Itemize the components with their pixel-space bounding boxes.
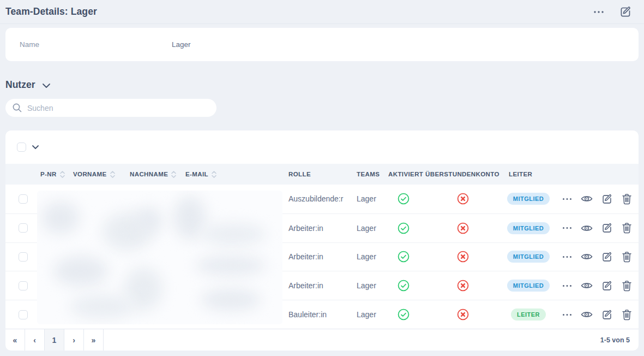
pagination-bar: « ‹ 1 › » 1-5 von 5	[5, 329, 639, 351]
rolle-cell: Arbeiter:in	[279, 281, 353, 290]
leiter-cell: LEITER	[504, 308, 553, 321]
sort-icon[interactable]	[60, 171, 65, 178]
row-view-button[interactable]	[581, 194, 593, 203]
aktiviert-cell	[385, 222, 422, 234]
cross-circle-icon	[457, 251, 469, 263]
sort-icon[interactable]	[212, 171, 216, 178]
row-more-button[interactable]	[562, 227, 572, 229]
column-header-email[interactable]: E-MAIL	[182, 171, 279, 178]
aktiviert-cell	[385, 193, 422, 205]
teams-cell: Lager	[353, 252, 385, 261]
row-delete-button[interactable]	[622, 222, 632, 234]
ellipsis-icon	[562, 313, 572, 316]
row-view-button[interactable]	[581, 310, 593, 319]
leiter-cell: MITGLIED	[504, 193, 553, 205]
cross-circle-icon	[457, 193, 469, 205]
table-body: Auszubildende:r Lager MITGLIED	[5, 185, 639, 329]
search-icon	[12, 103, 22, 113]
cross-circle-icon	[457, 280, 469, 292]
pagination-next-button[interactable]: ›	[64, 329, 84, 351]
trash-icon	[622, 280, 632, 292]
ueberstundenkonto-cell	[422, 222, 504, 234]
column-header-leiter: LEITER	[504, 171, 553, 177]
pagination-last-button[interactable]: »	[84, 329, 104, 351]
check-circle-icon	[398, 308, 410, 321]
ellipsis-icon	[562, 256, 572, 258]
row-edit-button[interactable]	[601, 251, 613, 263]
row-edit-button[interactable]	[601, 222, 613, 234]
edit-icon	[601, 193, 613, 205]
row-delete-button[interactable]	[622, 193, 632, 205]
bulk-select-bar	[5, 130, 639, 164]
row-view-button[interactable]	[581, 281, 593, 290]
edit-icon	[601, 251, 613, 263]
row-delete-button[interactable]	[622, 309, 632, 321]
eye-icon	[581, 252, 593, 261]
eye-icon	[581, 310, 593, 319]
row-delete-button[interactable]	[622, 280, 632, 292]
row-checkbox[interactable]	[19, 252, 28, 262]
status-badge: MITGLIED	[507, 280, 550, 292]
teams-cell: Lager	[353, 281, 385, 290]
aktiviert-cell	[385, 251, 422, 263]
page-title: Team-Details: Lager	[5, 6, 97, 17]
rolle-cell: Arbeiter:in	[279, 252, 353, 261]
column-header-teams: TEAMS	[353, 171, 385, 177]
row-more-button[interactable]	[562, 313, 572, 316]
eye-icon	[581, 224, 593, 233]
row-delete-button[interactable]	[622, 251, 632, 263]
ueberstundenkonto-cell	[422, 251, 504, 263]
aktiviert-cell	[385, 280, 422, 292]
more-options-button[interactable]	[593, 10, 604, 14]
row-more-button[interactable]	[562, 284, 572, 287]
users-table-card: P-NR VORNAME NACHNAME E	[5, 130, 639, 351]
row-view-button[interactable]	[581, 252, 593, 261]
chevron-down-icon[interactable]	[43, 84, 50, 88]
leiter-cell: MITGLIED	[504, 280, 553, 292]
rolle-cell: Arbeiter:in	[279, 224, 353, 233]
edit-icon	[601, 222, 613, 234]
row-edit-button[interactable]	[601, 193, 613, 205]
cross-circle-icon	[457, 222, 469, 234]
row-view-button[interactable]	[581, 224, 593, 233]
row-edit-button[interactable]	[601, 309, 613, 321]
row-checkbox[interactable]	[19, 223, 28, 233]
column-header-vorname[interactable]: VORNAME	[70, 171, 127, 178]
ueberstundenkonto-cell	[422, 280, 504, 292]
leiter-cell: MITGLIED	[504, 222, 553, 234]
column-header-pnr[interactable]: P-NR	[37, 171, 70, 178]
table-header-row: P-NR VORNAME NACHNAME E	[5, 164, 639, 185]
pagination-first-button[interactable]: «	[5, 329, 25, 351]
search-bar[interactable]	[5, 99, 216, 117]
row-checkbox[interactable]	[19, 310, 28, 319]
teams-cell: Lager	[353, 194, 385, 203]
row-more-button[interactable]	[562, 256, 572, 258]
name-label: Name	[20, 40, 172, 49]
trash-icon	[622, 193, 632, 205]
status-badge: MITGLIED	[507, 251, 550, 263]
select-all-checkbox[interactable]	[17, 143, 26, 152]
row-more-button[interactable]	[562, 198, 572, 200]
ellipsis-icon	[562, 198, 572, 200]
users-section-title: Nutzer	[5, 79, 35, 91]
ellipsis-icon	[562, 227, 572, 229]
row-actions	[553, 309, 639, 321]
column-header-nachname[interactable]: NACHNAME	[127, 171, 182, 178]
sort-icon[interactable]	[110, 171, 115, 178]
edit-team-button[interactable]	[619, 5, 632, 18]
row-actions	[553, 193, 639, 205]
row-edit-button[interactable]	[601, 280, 613, 292]
pagination-page-1-button[interactable]: 1	[45, 329, 64, 351]
row-checkbox[interactable]	[19, 194, 28, 204]
pagination-prev-button[interactable]: ‹	[25, 329, 45, 351]
row-actions	[553, 280, 639, 292]
search-input[interactable]	[27, 104, 210, 112]
check-circle-icon	[398, 280, 410, 292]
check-circle-icon	[398, 251, 410, 263]
aktiviert-cell	[385, 308, 422, 321]
row-checkbox[interactable]	[19, 281, 28, 290]
status-badge: MITGLIED	[507, 222, 550, 234]
sort-icon[interactable]	[171, 171, 176, 178]
bulk-actions-chevron-icon[interactable]	[32, 145, 39, 149]
status-badge: MITGLIED	[507, 193, 550, 205]
